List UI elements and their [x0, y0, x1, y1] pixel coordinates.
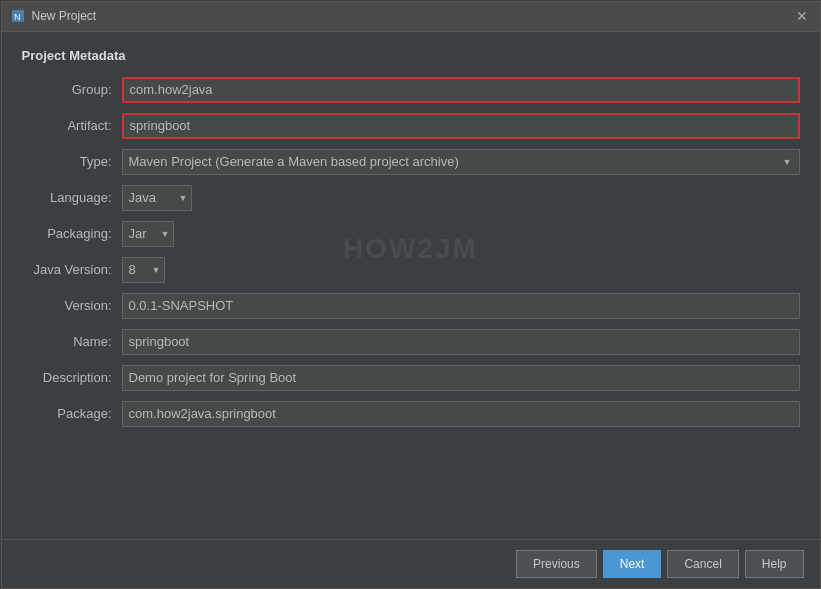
packaging-label: Packaging: — [22, 226, 122, 241]
description-input[interactable] — [122, 365, 800, 391]
artifact-input[interactable] — [122, 113, 800, 139]
artifact-row: Artifact: — [22, 113, 800, 139]
version-row: Version: — [22, 293, 800, 319]
package-label: Package: — [22, 406, 122, 421]
close-button[interactable]: ✕ — [792, 6, 812, 26]
section-title: Project Metadata — [22, 48, 800, 63]
dialog-window: N New Project ✕ Project Metadata Group: … — [1, 1, 821, 589]
version-input[interactable] — [122, 293, 800, 319]
language-select[interactable]: Java Kotlin Groovy — [122, 185, 192, 211]
artifact-label: Artifact: — [22, 118, 122, 133]
name-label: Name: — [22, 334, 122, 349]
help-button[interactable]: Help — [745, 550, 804, 578]
package-input[interactable] — [122, 401, 800, 427]
form-fields: Group: Artifact: Type: Maven Project (Ge… — [22, 77, 800, 427]
type-select[interactable]: Maven Project (Generate a Maven based pr… — [122, 149, 800, 175]
svg-text:N: N — [14, 12, 21, 22]
button-bar: Previous Next Cancel Help — [2, 539, 820, 588]
form-content: Project Metadata Group: Artifact: Type: … — [2, 32, 820, 539]
java-version-select-container: 8 11 17 — [122, 257, 165, 283]
package-row: Package: — [22, 401, 800, 427]
packaging-select[interactable]: Jar War — [122, 221, 174, 247]
type-label: Type: — [22, 154, 122, 169]
description-label: Description: — [22, 370, 122, 385]
java-version-select[interactable]: 8 11 17 — [122, 257, 165, 283]
type-select-container: Maven Project (Generate a Maven based pr… — [122, 149, 800, 175]
previous-button[interactable]: Previous — [516, 550, 597, 578]
language-row: Language: Java Kotlin Groovy — [22, 185, 800, 211]
version-label: Version: — [22, 298, 122, 313]
language-select-container: Java Kotlin Groovy — [122, 185, 192, 211]
group-input[interactable] — [122, 77, 800, 103]
java-version-label: Java Version: — [22, 262, 122, 277]
java-version-row: Java Version: 8 11 17 — [22, 257, 800, 283]
cancel-button[interactable]: Cancel — [667, 550, 738, 578]
type-row: Type: Maven Project (Generate a Maven ba… — [22, 149, 800, 175]
window-icon: N — [10, 8, 26, 24]
description-row: Description: — [22, 365, 800, 391]
next-button[interactable]: Next — [603, 550, 662, 578]
window-title: New Project — [32, 9, 792, 23]
packaging-select-container: Jar War — [122, 221, 174, 247]
language-label: Language: — [22, 190, 122, 205]
packaging-row: Packaging: Jar War — [22, 221, 800, 247]
group-row: Group: — [22, 77, 800, 103]
name-row: Name: — [22, 329, 800, 355]
name-input[interactable] — [122, 329, 800, 355]
group-label: Group: — [22, 82, 122, 97]
title-bar: N New Project ✕ — [2, 2, 820, 32]
